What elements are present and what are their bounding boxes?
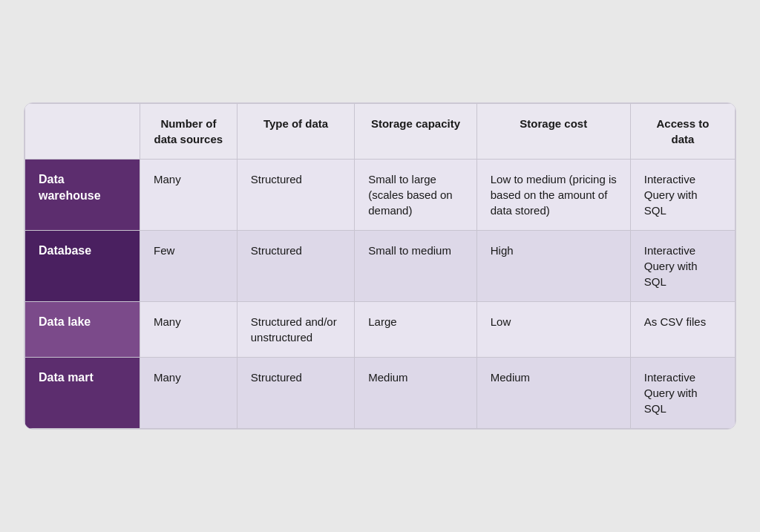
header-row: Number of data sources Type of data Stor… [25,104,736,160]
cell-data-mart-storage-capacity: Medium [355,358,476,429]
header-row-type [25,104,140,160]
cell-data-warehouse-storage-cost: Low to medium (pricing is based on the a… [476,160,630,231]
cell-database-storage-cost: High [476,231,630,302]
cell-data-mart-storage-cost: Medium [476,358,630,429]
cell-data-lake-storage-capacity: Large [355,302,476,358]
cell-database-num-sources: Few [140,231,238,302]
cell-data-lake-type-of-data: Structured and/or unstructured [237,302,354,358]
cell-database-storage-capacity: Small to medium [355,231,476,302]
header-storage-capacity: Storage capacity [355,104,476,160]
comparison-table: Number of data sources Type of data Stor… [24,102,736,430]
row-database: DatabaseFewStructuredSmall to mediumHigh… [25,231,736,302]
cell-database-type-of-data: Structured [237,231,354,302]
header-num-sources: Number of data sources [140,104,238,160]
header-access-to-data: Access to data [630,104,735,160]
row-data-mart: Data martManyStructuredMediumMediumInter… [25,358,736,429]
row-header-data-mart: Data mart [25,358,140,429]
cell-data-mart-type-of-data: Structured [237,358,354,429]
row-header-data-warehouse: Data warehouse [25,160,140,231]
cell-data-lake-num-sources: Many [140,302,238,358]
cell-data-lake-access-to-data: As CSV files [630,302,735,358]
row-data-warehouse: Data warehouseManyStructuredSmall to lar… [25,160,736,231]
row-header-database: Database [25,231,140,302]
row-header-data-lake: Data lake [25,302,140,358]
row-data-lake: Data lakeManyStructured and/or unstructu… [25,302,736,358]
cell-data-warehouse-access-to-data: Interactive Query with SQL [630,160,735,231]
cell-data-mart-num-sources: Many [140,358,238,429]
cell-data-warehouse-storage-capacity: Small to large (scales based on demand) [355,160,476,231]
cell-data-mart-access-to-data: Interactive Query with SQL [630,358,735,429]
cell-data-lake-storage-cost: Low [476,302,630,358]
cell-database-access-to-data: Interactive Query with SQL [630,231,735,302]
header-storage-cost: Storage cost [476,104,630,160]
cell-data-warehouse-type-of-data: Structured [237,160,354,231]
cell-data-warehouse-num-sources: Many [140,160,238,231]
header-type-of-data: Type of data [237,104,354,160]
